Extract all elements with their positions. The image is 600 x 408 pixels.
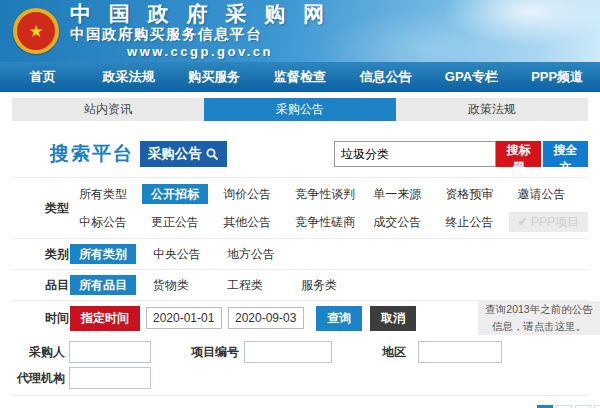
fields-row-2: 代理机构: [0, 365, 600, 395]
nav-item-gpa[interactable]: GPA专栏: [429, 62, 515, 92]
filter-single-source[interactable]: 单一来源: [364, 184, 430, 204]
pre-2013-notice-link[interactable]: 查询2013年之前的公告 信息，请点击这里。: [478, 301, 600, 335]
filter-open-tender[interactable]: 公开招标: [142, 184, 208, 204]
subnav-site-news[interactable]: 站内资讯: [12, 98, 204, 121]
search-platform-title: 搜索平台: [50, 141, 134, 167]
nav-item-supervision[interactable]: 监督检查: [257, 62, 343, 92]
filter-ppp-project-label: PPP项目: [531, 215, 579, 229]
filter-row-item: 品目 所有品目 货物类 工程类 服务类: [0, 270, 600, 300]
search-input[interactable]: [334, 141, 496, 167]
purchaser-label: 采购人: [12, 344, 65, 361]
national-emblem-logo: ★: [13, 8, 59, 54]
subnav-procurement-announcements[interactable]: 采购公告: [204, 98, 396, 121]
search-scope-label: 采购公告: [148, 145, 202, 163]
filter-row-time: 时间 指定时间 查询 取消 查询2013年之前的公告 信息，请点击这里。: [0, 301, 600, 335]
filter-time-label: 时间: [12, 310, 70, 327]
filter-all-types[interactable]: 所有类型: [70, 184, 136, 204]
filter-termination[interactable]: 终止公告: [436, 212, 502, 232]
check-icon: ✔: [518, 215, 528, 229]
search-row: 搜索平台 采购公告 搜标题 搜全文: [12, 141, 588, 167]
cancel-button[interactable]: 取消: [370, 306, 416, 331]
search-title-button[interactable]: 搜标题: [496, 141, 541, 167]
region-label: 地区: [382, 344, 406, 361]
filter-all-categories[interactable]: 所有类别: [70, 244, 136, 264]
search-controls: 搜标题 搜全文: [334, 141, 588, 167]
project-no-input[interactable]: [244, 341, 332, 363]
filter-correction[interactable]: 更正公告: [142, 212, 208, 232]
filter-all-items[interactable]: 所有品目: [70, 275, 136, 295]
filter-services[interactable]: 服务类: [292, 275, 346, 295]
search-fulltext-button[interactable]: 搜全文: [543, 141, 588, 167]
agency-input[interactable]: [69, 367, 151, 389]
nav-item-announcements[interactable]: 信息公告: [343, 62, 429, 92]
nav-item-regulations[interactable]: 政采法规: [86, 62, 172, 92]
subnav-policy[interactable]: 政策法规: [396, 98, 588, 121]
nav-item-home[interactable]: 首页: [0, 62, 86, 92]
filter-competitive-consultation[interactable]: 竞争性磋商: [286, 212, 364, 232]
main-nav: 首页 政采法规 购买服务 监督检查 信息公告 GPA专栏 PPP频道: [0, 62, 600, 92]
filter-ppp-project[interactable]: ✔ PPP项目: [509, 212, 588, 232]
filter-category-label: 类别: [12, 246, 70, 263]
filter-deal[interactable]: 成交公告: [364, 212, 430, 232]
filter-item-options: 所有品目 货物类 工程类 服务类: [70, 270, 588, 300]
site-title-block: 中 国 政 府 采 购 网 中国政府购买服务信息平台 www.ccgp.gov.…: [70, 3, 330, 59]
filter-category-options: 所有类别 中央公告 地方公告: [70, 239, 588, 269]
project-no-label: 项目编号: [191, 344, 239, 361]
filter-row-type: 类型 所有类型 公开招标 询价公告 竞争性谈判 单一来源 资格预审 邀请公告 中…: [0, 178, 600, 238]
notice-line-2: 信息，请点击这里。: [492, 318, 587, 335]
filter-row-category: 类别 所有类别 中央公告 地方公告: [0, 239, 600, 269]
star-icon: ★: [28, 23, 43, 40]
site-banner: ★ 中 国 政 府 采 购 网 中国政府购买服务信息平台 www.ccgp.go…: [0, 0, 600, 62]
magnifier-icon: [205, 147, 219, 161]
divider: [12, 395, 588, 396]
filter-award[interactable]: 中标公告: [70, 212, 136, 232]
agency-label: 代理机构: [12, 370, 65, 387]
date-to-input[interactable]: [228, 307, 304, 329]
notice-line-1: 查询2013年之前的公告: [485, 301, 592, 318]
specify-time-button[interactable]: 指定时间: [70, 306, 140, 331]
site-title: 中 国 政 府 采 购 网: [70, 3, 330, 25]
filter-other[interactable]: 其他公告: [214, 212, 280, 232]
purchaser-input[interactable]: [69, 341, 151, 363]
region-input[interactable]: [418, 341, 502, 363]
site-url: www.ccgp.gov.cn: [70, 44, 330, 59]
filter-engineering[interactable]: 工程类: [218, 275, 272, 295]
search-scope-button[interactable]: 采购公告: [140, 141, 227, 167]
filter-item-label: 品目: [12, 277, 70, 294]
filter-prequalification[interactable]: 资格预审: [436, 184, 502, 204]
filter-type-label: 类型: [12, 200, 70, 217]
fields-row-1: 采购人 项目编号 地区: [0, 335, 600, 365]
nav-item-ppp[interactable]: PPP频道: [514, 62, 600, 92]
filter-local[interactable]: 地方公告: [218, 244, 284, 264]
date-from-input[interactable]: [146, 307, 222, 329]
filter-central[interactable]: 中央公告: [144, 244, 210, 264]
site-subtitle: 中国政府购买服务信息平台: [70, 25, 330, 44]
filter-competitive-negotiation[interactable]: 竞争性谈判: [286, 184, 364, 204]
filter-inquiry[interactable]: 询价公告: [214, 184, 280, 204]
nav-item-purchase-service[interactable]: 购买服务: [171, 62, 257, 92]
sub-nav: 站内资讯 采购公告 政策法规: [12, 98, 588, 121]
query-button[interactable]: 查询: [316, 306, 362, 331]
filter-invitation[interactable]: 邀请公告: [509, 184, 575, 204]
filter-goods[interactable]: 货物类: [144, 275, 198, 295]
filter-type-options: 所有类型 公开招标 询价公告 竞争性谈判 单一来源 资格预审 邀请公告 中标公告…: [70, 178, 588, 238]
